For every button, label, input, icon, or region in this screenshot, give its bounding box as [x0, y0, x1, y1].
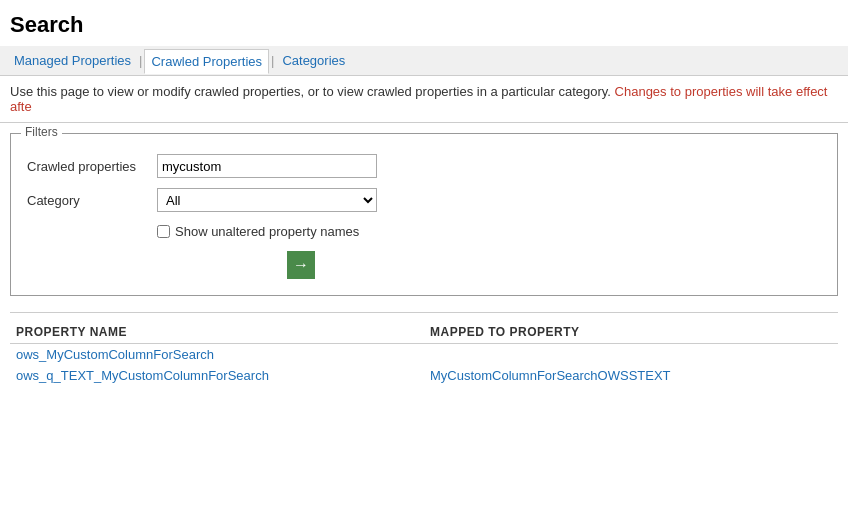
page-header: Search [0, 0, 848, 46]
mapped-to-cell-2: MyCustomColumnForSearchOWSSTEXT [424, 365, 838, 386]
unaltered-checkbox-label: Show unaltered property names [175, 224, 359, 239]
col-header-property: PROPERTY NAME [10, 321, 424, 344]
tab-managed[interactable]: Managed Properties [8, 49, 137, 72]
mapped-property-link-2[interactable]: MyCustomColumnForSearchOWSSTEXT [430, 368, 671, 383]
nav-separator-2: | [271, 53, 274, 68]
nav-tabs: Managed Properties | Crawled Properties … [0, 46, 848, 76]
filters-legend: Filters [21, 125, 62, 139]
table-header-row: PROPERTY NAME MAPPED TO PROPERTY [10, 321, 838, 344]
crawled-filter-row: Crawled properties [27, 154, 821, 178]
property-link-1[interactable]: ows_MyCustomColumnForSearch [16, 347, 214, 362]
go-button[interactable]: → [287, 251, 315, 279]
unaltered-checkbox-row: Show unaltered property names [157, 224, 821, 239]
tab-categories[interactable]: Categories [276, 49, 351, 72]
property-link-2[interactable]: ows_q_TEXT_MyCustomColumnForSearch [16, 368, 269, 383]
property-name-cell: ows_MyCustomColumnForSearch [10, 344, 424, 366]
page-title: Search [10, 12, 838, 38]
category-label: Category [27, 193, 157, 208]
crawled-properties-input[interactable] [157, 154, 377, 178]
property-name-cell-2: ows_q_TEXT_MyCustomColumnForSearch [10, 365, 424, 386]
results-table: PROPERTY NAME MAPPED TO PROPERTY ows_MyC… [10, 321, 838, 386]
category-select[interactable]: All Business Data Containers Content E-M… [157, 188, 377, 212]
tab-crawled[interactable]: Crawled Properties [144, 49, 269, 74]
mapped-to-cell-1 [424, 344, 838, 366]
filters-section: Filters Crawled properties Category All … [10, 133, 838, 296]
description-text: Use this page to view or modify crawled … [10, 84, 611, 99]
results-section: PROPERTY NAME MAPPED TO PROPERTY ows_MyC… [10, 312, 838, 386]
table-row: ows_q_TEXT_MyCustomColumnForSearch MyCus… [10, 365, 838, 386]
table-row: ows_MyCustomColumnForSearch [10, 344, 838, 366]
unaltered-checkbox[interactable] [157, 225, 170, 238]
crawled-properties-label: Crawled properties [27, 159, 157, 174]
description-bar: Use this page to view or modify crawled … [0, 76, 848, 123]
go-arrow-icon: → [293, 256, 309, 274]
nav-separator-1: | [139, 53, 142, 68]
category-filter-row: Category All Business Data Containers Co… [27, 188, 821, 212]
col-header-mapped: MAPPED TO PROPERTY [424, 321, 838, 344]
